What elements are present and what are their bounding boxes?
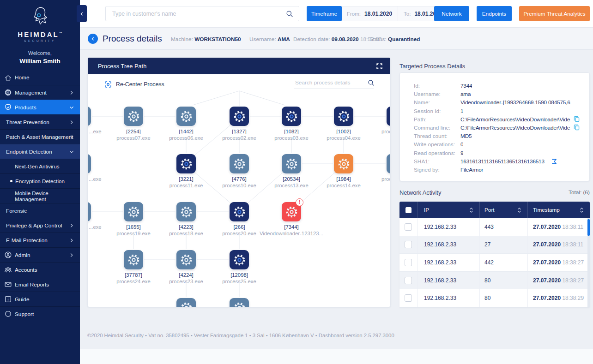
tree-search-input[interactable] [294, 79, 368, 86]
detail-label: Name: [414, 99, 460, 106]
column-header-ip[interactable]: IP [417, 202, 479, 218]
process-node-R1[interactable] [387, 107, 390, 126]
row-checkbox[interactable] [405, 294, 412, 302]
sort-ip-icon[interactable] [469, 207, 474, 213]
gear-icon [127, 110, 140, 123]
table-scrollbar[interactable] [587, 218, 590, 307]
network-button[interactable]: Network [434, 6, 469, 21]
process-node-4223[interactable] [176, 202, 196, 221]
process-node-label: [1002]process04.exe [309, 128, 378, 141]
column-header-timestamp[interactable]: Timestamp [527, 202, 590, 218]
port-cell: 80 [479, 272, 527, 289]
process-node-label: proc... [381, 128, 390, 135]
process-node-R2[interactable] [387, 154, 390, 173]
sidebar-item-e-mail-protection[interactable]: E-Mail Protection [0, 233, 80, 247]
gear-icon [338, 158, 350, 170]
process-node-1984[interactable] [334, 154, 353, 173]
column-header-port[interactable]: Port [479, 202, 527, 218]
detection-label: Detection date: [293, 36, 330, 42]
timeframe-button[interactable]: Timeframe [307, 6, 342, 21]
endpoints-button[interactable]: Endpoints [477, 6, 512, 21]
sidebar-item-next-gen-antivirus[interactable]: Next-Gen Antivirus [0, 159, 80, 173]
sidebar-item-forensic[interactable]: Forensic [0, 203, 80, 218]
detail-label: Session Id: [414, 108, 460, 114]
sidebar-item-products[interactable]: Products [0, 100, 80, 114]
process-node-20534[interactable] [282, 154, 301, 173]
process-node-2254[interactable] [124, 107, 143, 126]
sidebar-item-patch-asset-management[interactable]: Patch & Asset Management [0, 129, 80, 144]
process-node-label: ...exe [89, 176, 116, 182]
brand-tm: ™ [59, 31, 62, 35]
sidebar-item-guide[interactable]: Guide [0, 292, 80, 306]
sidebar-item-email-reports[interactable]: Email Reports [0, 277, 80, 292]
topbar: Timeframe From:18.01.2020 To:18.01.2020 … [80, 0, 593, 28]
process-node-266[interactable] [230, 202, 249, 221]
process-node-B1[interactable] [176, 298, 196, 307]
sidebar-item-home[interactable]: Home [0, 70, 80, 85]
process-node-1327[interactable] [230, 107, 249, 126]
search-icon[interactable] [286, 10, 293, 18]
row-checkbox[interactable] [405, 277, 412, 284]
to-label: To: [404, 11, 411, 17]
sidebar-item-endpoint-detection[interactable]: Endpoint Detection [0, 144, 80, 159]
guide-icon [4, 295, 12, 303]
port-cell: 443 [479, 218, 527, 236]
port-header-label: Port [484, 207, 495, 213]
process-node-1655[interactable] [124, 202, 143, 221]
from-label: From: [347, 11, 361, 17]
sidebar-item-label: Home [15, 74, 29, 81]
sort-timestamp-icon[interactable] [579, 207, 584, 213]
network-table-row: 192.168.2.332727.07.2020 18:38:11 [399, 236, 590, 254]
back-button[interactable] [88, 34, 98, 44]
gear-icon [338, 110, 350, 123]
copy-icon[interactable] [573, 124, 580, 131]
detail-value: 9 [460, 150, 463, 156]
network-table-row: 192.168.2.338027.07.2020 18:38:29 [399, 289, 590, 307]
process-node-1442[interactable] [176, 107, 196, 126]
detail-row-username-: Username:ama [414, 90, 582, 98]
premium-threat-analytics-button[interactable]: Premium Threat Analytics [519, 6, 590, 21]
virus-total-icon[interactable] [551, 158, 557, 165]
process-node-37787[interactable] [124, 250, 143, 269]
detail-row-path-: Path:C:\FileArmorResources\VideoDownload… [414, 115, 582, 124]
customer-search-input[interactable] [106, 10, 286, 18]
sort-port-icon[interactable] [517, 207, 522, 213]
table-scrollbar-thumb[interactable] [587, 219, 590, 236]
sidebar-item-encryption-detection[interactable]: Encryption Detection [0, 173, 80, 188]
sidebar-item-management[interactable]: Management [0, 85, 80, 100]
sidebar-item-privilege-app-control[interactable]: Privilege & App Control [0, 218, 80, 233]
machine-label: Machine: [171, 36, 193, 42]
chevron-right-icon [69, 134, 74, 140]
row-checkbox[interactable] [405, 241, 412, 248]
sidebar-item-support[interactable]: Support [0, 306, 80, 321]
heimdal-logo-icon [0, 5, 80, 30]
ip-cell: 192.168.2.33 [417, 236, 479, 254]
process-node-L1[interactable] [88, 107, 91, 126]
detail-label: Path: [414, 116, 460, 123]
process-node-3221[interactable] [176, 154, 196, 173]
process-node-1002[interactable] [334, 107, 353, 126]
row-checkbox[interactable] [405, 223, 412, 231]
recenter-process-button[interactable]: Re-Center Process [104, 81, 164, 88]
shield-icon [4, 103, 12, 111]
tree-search-icon[interactable] [368, 79, 375, 86]
sidebar-item-admin[interactable]: Admin [0, 247, 80, 262]
date-from[interactable]: From:18.01.2020 [341, 6, 398, 21]
process-node-1082[interactable] [282, 107, 301, 126]
gear-icon [233, 302, 246, 307]
sidebar-item-mobile-device-management[interactable]: Mobile Device Management [0, 188, 80, 203]
process-node-4776[interactable] [230, 154, 249, 173]
gear-icon [233, 254, 246, 266]
process-node-4224[interactable] [176, 250, 196, 269]
select-all-checkbox[interactable] [405, 207, 411, 213]
expand-icon[interactable] [376, 63, 383, 70]
process-node-B2[interactable] [230, 298, 249, 307]
sidebar-collapse-button[interactable] [77, 5, 87, 22]
process-node-L2[interactable] [88, 154, 91, 173]
copy-icon[interactable] [573, 115, 580, 122]
sidebar-item-accounts[interactable]: Accounts [0, 262, 80, 277]
row-checkbox[interactable] [405, 259, 412, 266]
sidebar-item-threat-prevention[interactable]: Threat Prevention [0, 114, 80, 129]
process-node-L3[interactable] [88, 202, 91, 221]
process-node-12098[interactable] [230, 250, 249, 269]
